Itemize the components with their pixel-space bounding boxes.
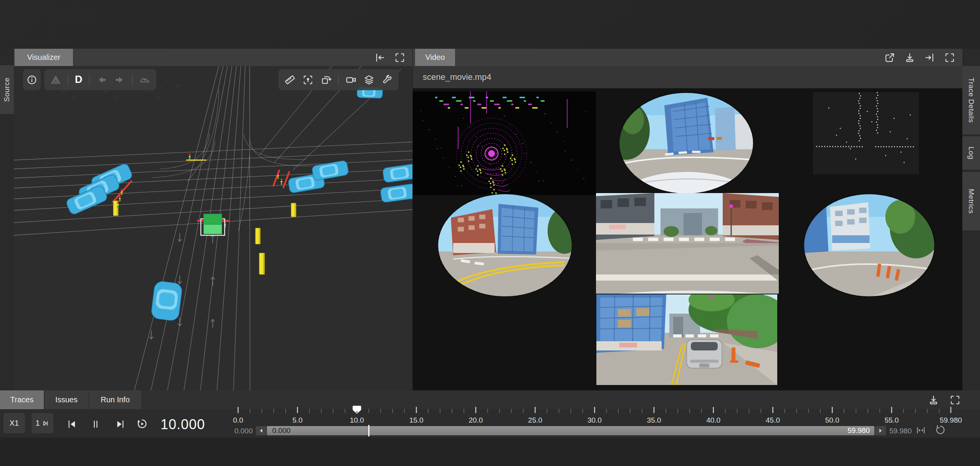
external-link-button[interactable] bbox=[884, 52, 896, 63]
svg-text:20.0: 20.0 bbox=[468, 416, 483, 424]
collapse-left-icon bbox=[374, 52, 386, 63]
collapse-right-button[interactable] bbox=[924, 52, 935, 63]
ego-vehicle bbox=[201, 214, 225, 235]
svg-text:50.0: 50.0 bbox=[825, 416, 839, 424]
viz-toolbar-edit: D bbox=[44, 69, 156, 90]
video-player[interactable] bbox=[413, 88, 963, 390]
top-header bbox=[0, 0, 980, 49]
fullscreen-button[interactable] bbox=[944, 52, 955, 63]
download-button[interactable] bbox=[904, 52, 915, 63]
layers-icon bbox=[363, 74, 375, 86]
arrow-left-icon bbox=[96, 74, 108, 86]
sidebar-tab-trace-details[interactable]: Trace Details bbox=[962, 66, 980, 134]
scene-3d-view bbox=[14, 66, 412, 390]
arrow-left-button[interactable] bbox=[96, 74, 108, 86]
video-camera-button[interactable] bbox=[345, 74, 357, 86]
sidebar-tab-log[interactable]: Log bbox=[962, 136, 980, 170]
layers-button[interactable] bbox=[363, 74, 375, 86]
source-tab-label: Source bbox=[3, 78, 11, 102]
arrow-right-button[interactable] bbox=[114, 74, 126, 86]
scrubber-left-label: 0.000 bbox=[229, 427, 253, 435]
visualizer-canvas[interactable]: D bbox=[14, 66, 412, 390]
info-icon bbox=[26, 74, 38, 86]
left-rail: Source bbox=[0, 49, 14, 390]
timeline-playhead[interactable] bbox=[353, 406, 361, 414]
video-tile-camera-rear bbox=[596, 286, 788, 385]
sidebar-tab-metrics[interactable]: Metrics bbox=[962, 172, 980, 230]
svg-text:40.0: 40.0 bbox=[706, 416, 720, 424]
focus-target-icon bbox=[302, 74, 314, 86]
svg-text:45.0: 45.0 bbox=[766, 416, 780, 424]
triangle-right-icon bbox=[878, 428, 883, 433]
shoe-icon bbox=[139, 74, 151, 86]
trace-details-tab-label: Trace Details bbox=[967, 78, 975, 123]
focus-target-button[interactable] bbox=[302, 74, 314, 86]
letter-d-button[interactable]: D bbox=[75, 74, 83, 85]
video-tile-lidar-top-view bbox=[413, 91, 596, 200]
svg-text:0.0: 0.0 bbox=[233, 416, 243, 424]
fullscreen-icon bbox=[944, 52, 955, 63]
video-tab-label: Video bbox=[425, 53, 445, 62]
svg-text:15.0: 15.0 bbox=[409, 416, 424, 424]
video-filename: scene_movie.mp4 bbox=[413, 66, 962, 88]
tab-visualizer[interactable]: Visualizer bbox=[15, 49, 73, 66]
svg-text:5.0: 5.0 bbox=[292, 416, 302, 424]
scrubber-right-label: 59.980 bbox=[889, 427, 912, 435]
svg-text:30.0: 30.0 bbox=[588, 416, 602, 424]
viz-toolbar-view bbox=[278, 69, 399, 90]
scrubber-end-value: 59.980 bbox=[848, 426, 870, 435]
scrubber-bar[interactable]: 0.000 59.980 bbox=[267, 426, 874, 435]
right-rail: Trace Details Log Metrics bbox=[962, 49, 980, 390]
visualizer-panel: Visualizer bbox=[14, 49, 412, 390]
ruler-button[interactable] bbox=[284, 74, 296, 86]
collapse-left-button[interactable] bbox=[374, 52, 386, 63]
video-tile-camera-right-fisheye bbox=[804, 194, 942, 297]
svg-text:55.0: 55.0 bbox=[884, 416, 899, 424]
video-tile-radar-points bbox=[813, 92, 919, 174]
tab-video[interactable]: Video bbox=[415, 49, 455, 66]
triangle-left-icon bbox=[258, 428, 264, 433]
arrow-right-icon bbox=[114, 74, 126, 86]
info-button[interactable] bbox=[26, 74, 38, 86]
visualizer-tab-label: Visualizer bbox=[27, 53, 60, 62]
fullscreen-button[interactable] bbox=[394, 52, 406, 63]
log-tab-label: Log bbox=[967, 147, 975, 159]
scrubber-right-arrow-button[interactable] bbox=[875, 426, 886, 435]
sidebar-tab-source[interactable]: Source bbox=[0, 65, 14, 114]
fit-range-button[interactable] bbox=[915, 425, 926, 436]
reset-view-button[interactable] bbox=[320, 74, 332, 86]
visualizer-tabbar-icons bbox=[374, 49, 412, 66]
svg-text:35.0: 35.0 bbox=[647, 416, 661, 424]
scrubber-start-value: 0.000 bbox=[272, 426, 291, 435]
bottom-panel: Traces Issues Run Info X1 1 10.000 0.05.… bbox=[0, 390, 980, 466]
scrubber-left-arrow-button[interactable] bbox=[256, 426, 267, 435]
wrench-button[interactable] bbox=[381, 74, 393, 86]
ruler-icon bbox=[284, 74, 296, 86]
svg-text:10.0: 10.0 bbox=[350, 416, 364, 424]
svg-text:59.980: 59.980 bbox=[940, 416, 962, 424]
collapse-right-icon bbox=[924, 52, 935, 63]
app-root: Source Visualizer bbox=[0, 0, 980, 466]
warning-button[interactable] bbox=[50, 74, 61, 86]
video-tile-camera-front-wide bbox=[596, 193, 779, 294]
reset-circle-icon bbox=[935, 424, 946, 436]
video-tabbar-icons bbox=[884, 49, 962, 66]
toolbar-separator bbox=[89, 74, 89, 86]
toolbar-separator bbox=[68, 74, 68, 86]
fit-horizontal-icon bbox=[915, 425, 926, 436]
scrubber-playhead[interactable] bbox=[368, 425, 369, 436]
reset-range-button[interactable] bbox=[935, 424, 946, 436]
svg-text:25.0: 25.0 bbox=[528, 416, 542, 424]
shoe-button[interactable] bbox=[139, 74, 151, 86]
video-frame bbox=[413, 88, 963, 390]
download-icon bbox=[904, 52, 915, 63]
viz-toolbar-info bbox=[23, 69, 41, 90]
video-panel: Video scene_movie.mp4 bbox=[412, 49, 962, 390]
detected-vehicle bbox=[151, 281, 182, 321]
metrics-tab-label: Metrics bbox=[967, 189, 975, 214]
wrench-icon bbox=[381, 74, 393, 86]
toolbar-separator bbox=[338, 74, 339, 86]
bottom-footer-band bbox=[0, 438, 980, 466]
video-camera-icon bbox=[345, 74, 357, 86]
fullscreen-icon bbox=[394, 52, 406, 63]
